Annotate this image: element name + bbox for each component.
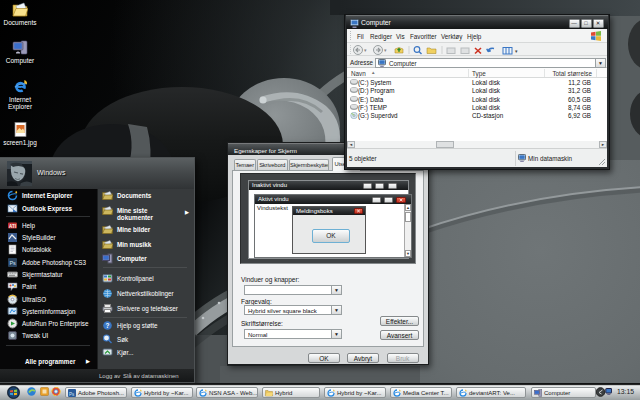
svg-text:▾: ▾: [364, 47, 367, 53]
svg-text:Ps: Ps: [69, 392, 75, 397]
svg-text:▾: ▾: [384, 47, 387, 53]
svg-text:ATI: ATI: [9, 223, 16, 228]
svg-text:▾: ▾: [515, 47, 518, 53]
svg-text:Ps: Ps: [9, 260, 16, 266]
svg-text:?: ?: [106, 322, 110, 329]
